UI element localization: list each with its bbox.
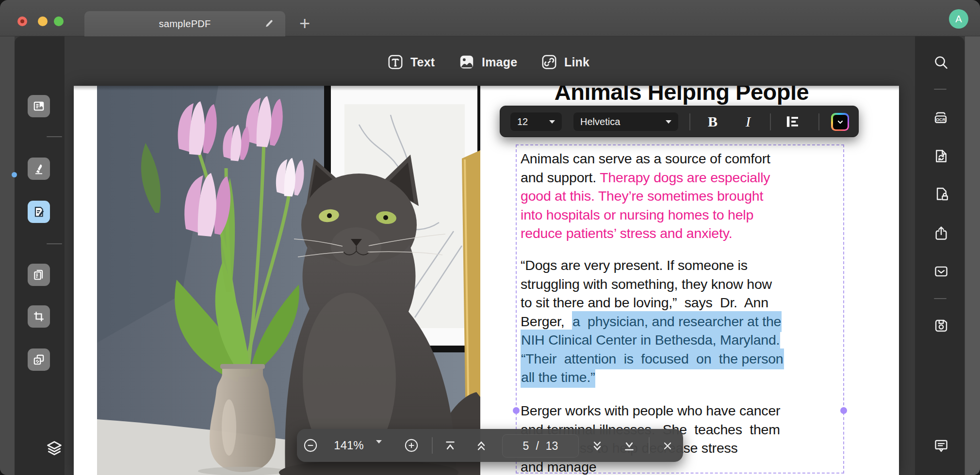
sidebar-item-protect[interactable] [933,186,949,202]
chevron-down-icon [666,120,671,124]
total-pages: 13 [546,440,558,453]
font-family-value: Helvetica [580,116,620,127]
sidebar-item-annotate[interactable] [28,158,50,180]
font-family-dropdown[interactable]: Helvetica [573,112,678,131]
zoom-level-value[interactable]: 141% [327,439,371,452]
previous-page-button[interactable] [474,438,489,454]
sidebar-item-save[interactable] [933,317,949,334]
next-page-button[interactable] [589,438,605,454]
sidebar-item-share[interactable] [933,225,949,242]
current-page: 5 [523,440,529,453]
sidebar-item-organize-pages[interactable] [28,264,50,286]
insert-link-button[interactable]: Link [540,52,589,72]
last-page-button[interactable] [621,438,637,454]
selection-handle-right[interactable] [840,407,847,414]
zoom-level-dropdown[interactable] [376,443,382,452]
text-line[interactable]: Animals can serve as a source of comfort [521,149,770,168]
italic-label: I [746,113,751,130]
image-tool-label: Image [482,55,517,69]
page-top-shadow [74,86,899,91]
text-line[interactable]: NIH Clinical Center in Bethesda, Marylan… [521,331,780,349]
text-line[interactable]: into hospitals or nursing homes to help [521,206,753,224]
chevron-down-icon [836,118,844,126]
text-line[interactable]: all the time.” [521,368,595,387]
text-format-toolbar: 12 Helvetica B I [500,106,859,137]
new-tab-button[interactable]: + [295,14,314,33]
sidebar-item-feedback[interactable] [933,438,949,454]
font-size-dropdown[interactable]: 12 [510,112,562,131]
sidebar-item-reader[interactable] [28,95,50,117]
page-divider: / [536,440,539,453]
link-tool-label: Link [564,55,589,69]
chevron-down-icon [549,120,555,124]
bold-label: B [708,113,718,130]
font-size-value: 12 [517,116,528,127]
sidebar-item-crop[interactable] [28,305,50,328]
divider [818,113,819,130]
titlebar: samplePDF + A [0,0,980,36]
right-sidebar: OCR [915,36,964,475]
avatar-initial: A [955,14,962,25]
text-line[interactable]: to sit there and be loving,” says Dr. An… [521,293,768,312]
page-number-box[interactable]: 5 / 13 [502,434,579,458]
chevron-down-icon [376,440,382,452]
avatar[interactable]: A [949,9,968,29]
sidebar-item-ocr[interactable]: OCR [932,110,949,126]
left-sidebar [15,36,65,475]
svg-text:OCR: OCR [936,117,946,122]
zoom-in-button[interactable] [404,438,419,453]
bold-button[interactable]: B [703,112,722,131]
sidebar-item-convert[interactable] [933,148,949,164]
text-line[interactable]: Berger, a physician, and researcher at t… [521,312,782,331]
text-line[interactable]: “Dogs are very present. If someone is [521,256,748,275]
close-window-button[interactable] [17,16,27,26]
sidebar-item-watermark[interactable] [28,348,50,371]
text-line[interactable]: and support. Therapy dogs are especially [521,168,770,187]
divider [432,437,433,454]
divider [47,243,62,244]
divider [47,136,62,137]
sidebar-item-mail[interactable] [933,263,949,280]
divider [934,298,947,299]
text-line[interactable]: Berger works with people who have cancer [521,401,780,420]
align-left-icon [784,113,801,130]
divider [689,113,690,130]
divider [649,437,650,454]
selected-text-block[interactable]: Animals can serve as a source of comfort… [516,144,844,474]
left-edge-strip [0,36,15,475]
image-tool-icon [458,53,475,71]
insert-image-button[interactable]: Image [458,52,517,72]
sidebar-item-edit[interactable] [28,201,50,223]
text-tool-label: Text [410,55,435,69]
minimize-window-button[interactable] [38,16,48,26]
italic-button[interactable]: I [738,112,758,131]
page-indicator-dot[interactable] [12,172,17,177]
zoom-out-button[interactable] [303,438,318,453]
document-tab[interactable]: samplePDF [84,11,285,36]
right-edge-strip [964,36,980,475]
font-color-picker[interactable] [831,113,849,131]
text-line[interactable]: struggling with something, they know how [521,275,772,294]
first-page-button[interactable] [442,438,458,454]
text-line[interactable]: “Their attention is focused on the perso… [521,349,784,368]
text-line[interactable]: good at this. They’re sometimes brought [521,187,763,206]
cat-photo[interactable] [97,86,480,475]
sidebar-item-layers[interactable] [45,439,64,458]
unsaved-indicator-dot [20,19,24,23]
zoom-page-toolbar: 141% 5 / 13 [297,429,683,462]
alignment-button[interactable] [784,113,801,130]
insert-text-button[interactable]: Text [387,52,435,72]
zoom-window-button[interactable] [54,16,64,26]
divider [934,89,947,90]
pdf-page: Animals Helping People Animals can serve… [74,86,899,475]
link-tool-icon [540,53,558,71]
tab-title: samplePDF [159,18,211,30]
selection-handle-left[interactable] [513,407,520,414]
close-toolbar-button[interactable] [660,438,675,454]
text-line[interactable]: reduce patients’ stress and anxiety. [521,224,732,243]
rename-pencil-icon[interactable] [263,18,275,30]
app-window: Animals Helping People Animals can serve… [0,0,980,475]
divider [770,113,771,130]
text-tool-icon [387,53,404,71]
sidebar-item-search[interactable] [933,54,949,71]
